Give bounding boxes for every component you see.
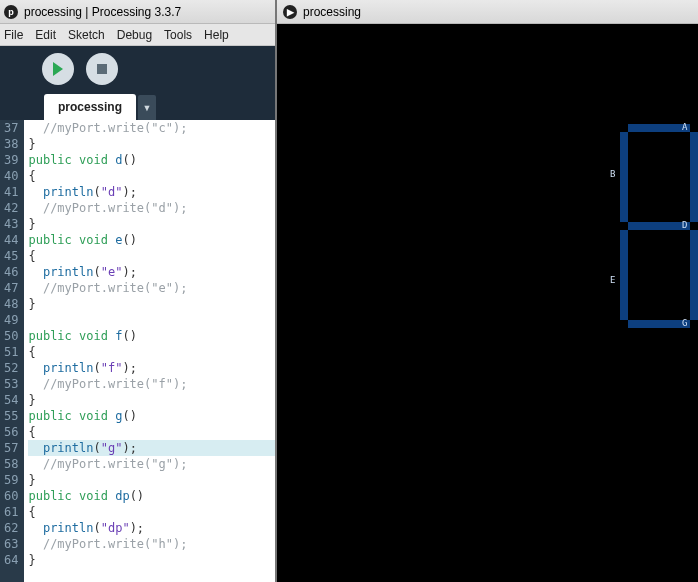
code-line[interactable]: println("f"); (28, 360, 275, 376)
line-number: 45 (4, 248, 18, 264)
sketch-output-window: ▶ processing ABDEG (275, 0, 698, 582)
run-button[interactable] (42, 53, 74, 85)
line-number: 54 (4, 392, 18, 408)
svg-rect-0 (97, 64, 107, 74)
code-line[interactable]: } (28, 472, 275, 488)
line-number: 46 (4, 264, 18, 280)
segment-label-b: B (610, 169, 615, 179)
ide-title: processing | Processing 3.3.7 (24, 5, 181, 19)
line-number: 38 (4, 136, 18, 152)
code-line[interactable]: println("d"); (28, 184, 275, 200)
line-number: 49 (4, 312, 18, 328)
code-line[interactable]: //myPort.write("c"); (28, 120, 275, 136)
stop-button[interactable] (86, 53, 118, 85)
segment-e (620, 230, 628, 320)
line-number: 57 (4, 440, 18, 456)
menu-file[interactable]: File (4, 28, 23, 42)
line-number: 55 (4, 408, 18, 424)
segment-label-g: G (682, 318, 687, 328)
tabbar: processing ▼ (0, 92, 275, 120)
code-line[interactable]: public void f() (28, 328, 275, 344)
line-number: 60 (4, 488, 18, 504)
code-line[interactable]: //myPort.write("d"); (28, 200, 275, 216)
menu-tools[interactable]: Tools (164, 28, 192, 42)
line-number: 52 (4, 360, 18, 376)
code-line[interactable]: public void g() (28, 408, 275, 424)
segment-f (620, 132, 628, 222)
code-line[interactable]: public void d() (28, 152, 275, 168)
line-number: 62 (4, 520, 18, 536)
line-number: 61 (4, 504, 18, 520)
processing-logo-icon: p (4, 5, 18, 19)
ide-window: p processing | Processing 3.3.7 File Edi… (0, 0, 275, 582)
line-number: 43 (4, 216, 18, 232)
code-area[interactable]: //myPort.write("c");}public void d(){ pr… (24, 120, 275, 582)
code-line[interactable]: //myPort.write("g"); (28, 456, 275, 472)
code-line[interactable]: } (28, 296, 275, 312)
line-gutter: 3738394041424344454647484950515253545556… (0, 120, 24, 582)
line-number: 44 (4, 232, 18, 248)
line-number: 53 (4, 376, 18, 392)
code-line[interactable]: { (28, 168, 275, 184)
code-line[interactable]: { (28, 248, 275, 264)
line-number: 51 (4, 344, 18, 360)
menu-help[interactable]: Help (204, 28, 229, 42)
segment-b (690, 132, 698, 222)
code-line[interactable] (28, 312, 275, 328)
code-line[interactable]: println("dp"); (28, 520, 275, 536)
code-line[interactable]: println("e"); (28, 264, 275, 280)
segment-g (628, 320, 690, 328)
line-number: 59 (4, 472, 18, 488)
code-line[interactable]: { (28, 424, 275, 440)
segment-label-a: A (682, 122, 687, 132)
line-number: 64 (4, 552, 18, 568)
code-line[interactable]: public void dp() (28, 488, 275, 504)
tab-processing[interactable]: processing (44, 94, 136, 120)
sketch-canvas[interactable]: ABDEG (277, 24, 698, 582)
line-number: 41 (4, 184, 18, 200)
line-number: 63 (4, 536, 18, 552)
output-title: processing (303, 5, 361, 19)
line-number: 56 (4, 424, 18, 440)
processing-logo-icon: ▶ (283, 5, 297, 19)
menu-debug[interactable]: Debug (117, 28, 152, 42)
segment-c (690, 230, 698, 320)
line-number: 47 (4, 280, 18, 296)
line-number: 50 (4, 328, 18, 344)
line-number: 42 (4, 200, 18, 216)
code-line[interactable]: } (28, 552, 275, 568)
segment-label-d: D (682, 220, 687, 230)
code-line[interactable]: { (28, 504, 275, 520)
line-number: 48 (4, 296, 18, 312)
stop-icon (97, 64, 107, 74)
code-line[interactable]: } (28, 136, 275, 152)
code-line[interactable]: //myPort.write("h"); (28, 536, 275, 552)
code-editor[interactable]: 3738394041424344454647484950515253545556… (0, 120, 275, 582)
line-number: 37 (4, 120, 18, 136)
output-titlebar[interactable]: ▶ processing (277, 0, 698, 24)
menubar: File Edit Sketch Debug Tools Help (0, 24, 275, 46)
tab-dropdown[interactable]: ▼ (138, 95, 156, 120)
code-line[interactable]: //myPort.write("e"); (28, 280, 275, 296)
ide-titlebar[interactable]: p processing | Processing 3.3.7 (0, 0, 275, 24)
code-line[interactable]: public void e() (28, 232, 275, 248)
menu-edit[interactable]: Edit (35, 28, 56, 42)
line-number: 39 (4, 152, 18, 168)
toolbar (0, 46, 275, 92)
seven-segment-display: ABDEG (620, 124, 698, 344)
play-icon (52, 62, 64, 76)
segment-a (628, 124, 690, 132)
line-number: 40 (4, 168, 18, 184)
code-line[interactable]: //myPort.write("f"); (28, 376, 275, 392)
segment-d (628, 222, 690, 230)
code-line[interactable]: { (28, 344, 275, 360)
code-line[interactable]: } (28, 392, 275, 408)
segment-label-e: E (610, 275, 615, 285)
line-number: 58 (4, 456, 18, 472)
menu-sketch[interactable]: Sketch (68, 28, 105, 42)
code-line[interactable]: println("g"); (28, 440, 275, 456)
code-line[interactable]: } (28, 216, 275, 232)
